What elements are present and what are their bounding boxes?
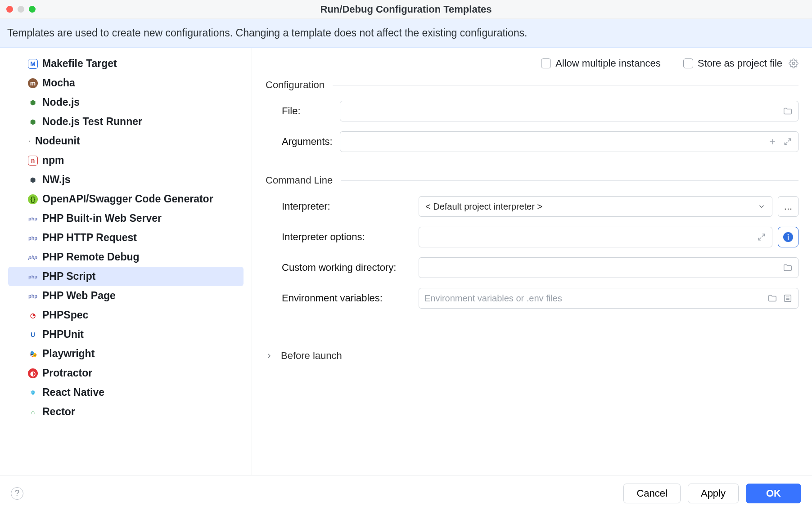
interpreter-select[interactable]: < Default project interpreter > (419, 196, 772, 217)
tree-item-nodejs[interactable]: ⬢ Node.js (0, 93, 252, 112)
checkbox-box-icon (683, 58, 693, 68)
template-tree: M Makefile Target m Mocha ⬢ Node.js ⬢ No… (0, 48, 252, 475)
tree-item-label: PHP Remote Debug (42, 251, 140, 263)
tree-item-makefile-target[interactable]: M Makefile Target (0, 54, 252, 73)
tree-item-label: Nodeunit (35, 135, 80, 147)
tree-item-label: PHP Web Page (42, 290, 116, 302)
tree-item-mocha[interactable]: m Mocha (0, 73, 252, 93)
ok-button[interactable]: OK (746, 484, 801, 503)
section-title-text: Configuration (266, 79, 325, 91)
divider (350, 356, 798, 356)
nodejs-icon: ⬢ (28, 98, 38, 108)
dialog-window: Run/Debug Configuration Templates Templa… (0, 0, 812, 511)
store-as-project-file-checkbox[interactable]: Store as project file (683, 58, 798, 69)
tree-item-php-script[interactable]: php PHP Script (8, 267, 244, 286)
php-script-icon: php (28, 272, 38, 282)
tree-item-phpspec[interactable]: ◔ PHPSpec (0, 305, 252, 325)
php-web-icon: php (28, 291, 38, 301)
tree-item-php-builtin-server[interactable]: php PHP Built-in Web Server (0, 209, 252, 228)
tree-item-phpunit[interactable]: U PHPUnit (0, 325, 252, 344)
chevron-right-icon (266, 352, 273, 359)
phpspec-icon: ◔ (28, 310, 38, 320)
interpreter-options-input[interactable] (419, 227, 772, 247)
folder-icon[interactable] (782, 262, 793, 273)
expand-icon[interactable] (782, 136, 793, 147)
swagger-icon: {} (28, 194, 38, 204)
interpreter-browse-button[interactable]: ... (778, 196, 798, 217)
svg-rect-4 (788, 236, 789, 240)
playwright-icon: 🎭 (28, 349, 38, 359)
section-before-launch[interactable]: Before launch (266, 350, 798, 362)
cancel-button[interactable]: Cancel (623, 484, 680, 503)
protractor-icon: ◐ (28, 368, 38, 378)
svg-point-5 (788, 234, 789, 236)
env-label: Environment variables: (266, 292, 419, 304)
tree-item-npm[interactable]: n npm (0, 151, 252, 170)
main-split: M Makefile Target m Mocha ⬢ Node.js ⬢ No… (0, 48, 812, 475)
tree-item-php-http-request[interactable]: php PHP HTTP Request (0, 228, 252, 247)
row-env: Environment variables: (266, 288, 798, 309)
file-label: File: (266, 105, 340, 117)
tree-item-label: Mocha (42, 77, 75, 89)
rector-icon: ⌂ (28, 407, 38, 417)
interpreter-label: Interpreter: (266, 201, 419, 212)
tree-item-label: PHP HTTP Request (42, 232, 137, 244)
titlebar: Run/Debug Configuration Templates (0, 0, 812, 19)
row-arguments: Arguments: (266, 131, 798, 152)
tree-item-label: NW.js (42, 174, 71, 186)
tree-item-label: React Native (42, 386, 104, 399)
tree-item-label: PHP Script (42, 270, 95, 282)
expand-icon[interactable] (756, 232, 767, 242)
allow-multiple-instances-checkbox[interactable]: Allow multiple instances (541, 58, 661, 69)
tree-item-playwright[interactable]: 🎭 Playwright (0, 344, 252, 363)
section-configuration: Configuration (266, 79, 798, 91)
tree-item-rector[interactable]: ⌂ Rector (0, 402, 252, 421)
form-top-options: Allow multiple instances Store as projec… (266, 58, 798, 69)
arguments-input[interactable] (340, 131, 798, 152)
tree-item-label: PHPUnit (42, 328, 84, 341)
cwd-label: Custom working directory: (266, 262, 419, 273)
arguments-label: Arguments: (266, 136, 340, 148)
file-input[interactable] (340, 101, 798, 121)
help-button[interactable]: ? (11, 487, 23, 500)
tree-item-label: Makefile Target (42, 58, 117, 70)
tree-item-nodejs-test-runner[interactable]: ⬢ Node.js Test Runner (0, 112, 252, 131)
row-interpreter-options: Interpreter options: (266, 227, 798, 247)
tree-item-label: Rector (42, 406, 75, 418)
tree-item-nodeunit[interactable]: · Nodeunit (0, 131, 252, 151)
makefile-icon: M (28, 59, 38, 69)
dialog-footer: ? Cancel Apply OK (0, 475, 812, 511)
react-icon: ⚛ (28, 388, 38, 398)
tree-item-protractor[interactable]: ◐ Protractor (0, 363, 252, 383)
tree-item-php-remote-debug[interactable]: php PHP Remote Debug (0, 247, 252, 267)
divider (341, 180, 798, 181)
interpreter-options-label: Interpreter options: (266, 231, 419, 243)
tree-item-label: Protractor (42, 367, 92, 379)
tree-item-php-web-page[interactable]: php PHP Web Page (0, 286, 252, 305)
mocha-icon: m (28, 78, 38, 88)
dialog-title: Run/Debug Configuration Templates (0, 4, 812, 15)
nwjs-icon: ⬢ (28, 175, 38, 185)
php-http-icon: php (28, 233, 38, 243)
cwd-input[interactable] (419, 257, 798, 278)
folder-icon[interactable] (782, 106, 793, 117)
interpreter-info-button[interactable] (778, 227, 798, 247)
tree-item-nwjs[interactable]: ⬢ NW.js (0, 170, 252, 189)
php-server-icon: php (28, 214, 38, 224)
row-file: File: (266, 101, 798, 121)
list-icon[interactable] (782, 293, 793, 304)
gear-icon[interactable] (789, 58, 798, 68)
plus-icon[interactable] (767, 136, 778, 147)
apply-button[interactable]: Apply (688, 484, 739, 503)
info-banner: Templates are used to create new configu… (0, 19, 812, 48)
tree-item-label: PHPSpec (42, 309, 88, 321)
tree-item-openapi-swagger[interactable]: {} OpenAPI/Swagger Code Generator (0, 189, 252, 209)
tree-item-react-native[interactable]: ⚛ React Native (0, 383, 252, 402)
folder-icon[interactable] (767, 293, 778, 304)
tree-item-label: Node.js (42, 96, 80, 108)
section-title-text: Command Line (266, 175, 333, 186)
env-input[interactable] (419, 288, 798, 309)
checkbox-label: Store as project file (698, 58, 782, 69)
tree-item-label: Playwright (42, 348, 95, 360)
nodeunit-icon: · (28, 136, 31, 146)
